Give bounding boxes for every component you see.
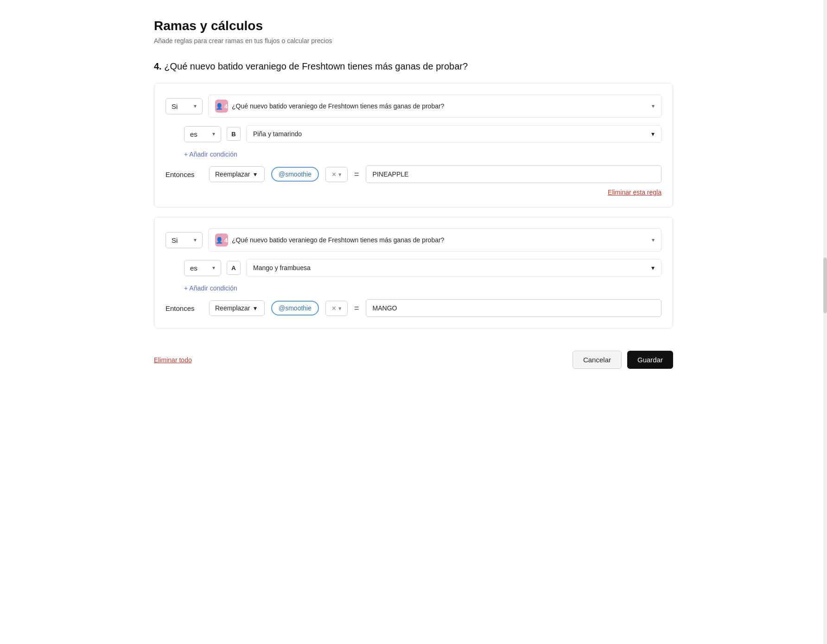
rule1-delete-rule-link[interactable]: Eliminar esta regla bbox=[608, 189, 662, 196]
save-button[interactable]: Guardar bbox=[627, 351, 673, 369]
chevron-down-icon: ▾ bbox=[194, 237, 197, 243]
rule2-question-chevron-icon: ▾ bbox=[652, 237, 655, 243]
rule1-condition-row: es ▾ B Piña y tamarindo ▾ bbox=[184, 125, 662, 143]
rule1-replace-select[interactable]: Reemplazar ▾ bbox=[209, 166, 265, 182]
rule2-equals: = bbox=[354, 303, 359, 313]
rule2-option-select[interactable]: Mango y frambuesa ▾ bbox=[246, 259, 662, 277]
rule1-delete-rule: Eliminar esta regla bbox=[165, 189, 662, 196]
rule1-question-chevron-icon: ▾ bbox=[652, 103, 655, 109]
chevron-down-icon: ▾ bbox=[254, 170, 257, 178]
rule1-tag-input: @smoothie bbox=[271, 167, 319, 182]
rule1-value-input[interactable] bbox=[366, 165, 662, 183]
chevron-down-icon[interactable]: ▾ bbox=[338, 171, 342, 178]
close-icon[interactable]: ✕ bbox=[331, 171, 337, 178]
rule2-then-row: Entonces Reemplazar ▾ @smoothie ✕ ▾ = bbox=[165, 299, 662, 317]
rule1-badge-icon: 👤 4 bbox=[215, 100, 228, 113]
rule1-si-row: Si ▾ 👤 4 ¿Qué nuevo batido veraniego de … bbox=[165, 95, 662, 118]
footer: Eliminar todo Cancelar Guardar bbox=[154, 338, 673, 384]
rule2-value-input[interactable] bbox=[366, 299, 662, 317]
rule2-badge-icon: 👤 4 bbox=[215, 234, 228, 246]
rule1-tag-chevron[interactable]: ✕ ▾ bbox=[325, 167, 348, 182]
rule2-si-row: Si ▾ 👤 4 ¿Qué nuevo batido veraniego de … bbox=[165, 228, 662, 252]
page-title: Ramas y cálculos bbox=[154, 19, 673, 33]
rule1-then-row: Entonces Reemplazar ▾ @smoothie ✕ ▾ = bbox=[165, 165, 662, 183]
rule2-then-label: Entonces bbox=[165, 304, 203, 312]
cancel-button[interactable]: Cancelar bbox=[573, 351, 622, 369]
rule2-question-badge[interactable]: 👤 4 ¿Qué nuevo batido veraniego de Fresh… bbox=[208, 228, 662, 252]
scrollbar-thumb[interactable] bbox=[823, 258, 827, 313]
rule-block-2: Si ▾ 👤 4 ¿Qué nuevo batido veraniego de … bbox=[154, 217, 673, 328]
rule1-equals: = bbox=[354, 170, 359, 179]
rule1-then-label: Entonces bbox=[165, 170, 203, 178]
rule2-replace-select[interactable]: Reemplazar ▾ bbox=[209, 300, 265, 316]
footer-buttons: Cancelar Guardar bbox=[573, 351, 673, 369]
chevron-down-icon: ▾ bbox=[194, 103, 197, 109]
rule1-si-select[interactable]: Si ▾ bbox=[165, 98, 203, 114]
rule2-tag-input: @smoothie bbox=[271, 301, 319, 316]
chevron-down-icon: ▾ bbox=[651, 264, 655, 271]
chevron-down-icon: ▾ bbox=[651, 130, 655, 138]
chevron-down-icon: ▾ bbox=[212, 265, 215, 271]
rule1-question-badge[interactable]: 👤 4 ¿Qué nuevo batido veraniego de Fresh… bbox=[208, 95, 662, 118]
delete-all-link[interactable]: Eliminar todo bbox=[154, 356, 192, 364]
rule2-add-condition-link[interactable]: + Añadir condición bbox=[184, 284, 237, 292]
page-subtitle: Añade reglas para crear ramas en tus flu… bbox=[154, 37, 673, 44]
rule1-add-condition-link[interactable]: + Añadir condición bbox=[184, 151, 237, 158]
rule2-option-badge: A bbox=[227, 261, 241, 275]
rule2-condition-row: es ▾ A Mango y frambuesa ▾ bbox=[184, 259, 662, 277]
scrollbar-track bbox=[823, 0, 827, 384]
rule1-option-badge: B bbox=[227, 127, 241, 141]
chevron-down-icon[interactable]: ▾ bbox=[338, 305, 342, 312]
chevron-down-icon: ▾ bbox=[254, 304, 257, 312]
rule-block-1: Si ▾ 👤 4 ¿Qué nuevo batido veraniego de … bbox=[154, 83, 673, 208]
rule2-es-select[interactable]: es ▾ bbox=[184, 260, 221, 276]
rule1-option-select[interactable]: Piña y tamarindo ▾ bbox=[246, 125, 662, 143]
close-icon[interactable]: ✕ bbox=[331, 305, 337, 312]
rule1-es-select[interactable]: es ▾ bbox=[184, 126, 221, 142]
rule2-tag-chevron[interactable]: ✕ ▾ bbox=[325, 301, 348, 316]
chevron-down-icon: ▾ bbox=[212, 131, 215, 137]
rule2-tag-text: @smoothie bbox=[279, 304, 312, 312]
question-heading: 4. ¿Qué nuevo batido veraniego de Fresht… bbox=[154, 61, 673, 72]
rule2-si-select[interactable]: Si ▾ bbox=[165, 232, 203, 248]
rule1-tag-text: @smoothie bbox=[279, 170, 312, 178]
